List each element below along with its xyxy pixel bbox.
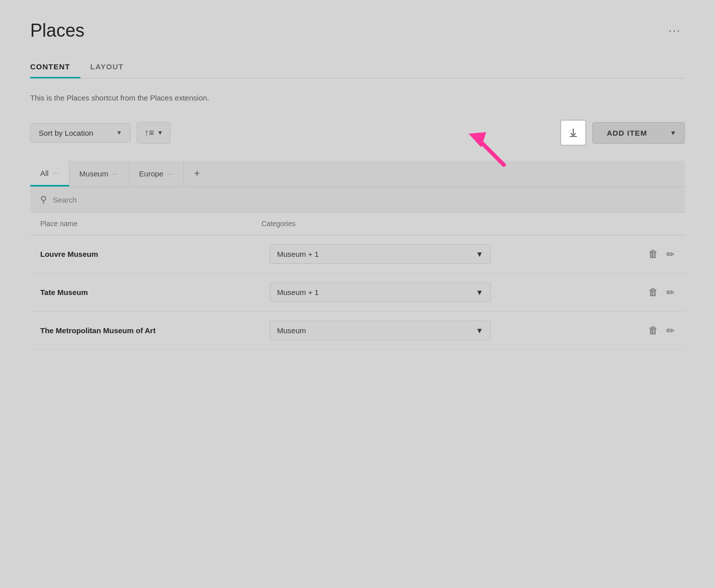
- place-name-louvre: Louvre Museum: [40, 250, 261, 258]
- row-actions-met: 🗑 ✏: [648, 325, 675, 337]
- sort-label: Sort by Location: [39, 129, 93, 137]
- table-header: Place name Categories: [30, 213, 685, 235]
- table-row: Louvre Museum Museum + 1 ▼ 🗑 ✏: [30, 235, 685, 273]
- cat-tab-europe-dots: ···: [167, 171, 173, 177]
- download-button[interactable]: [560, 120, 586, 146]
- row-actions-tate: 🗑 ✏: [648, 286, 675, 299]
- row-actions-louvre: 🗑 ✏: [648, 248, 675, 260]
- category-tabs: All ··· Museum ··· Europe ··· +: [30, 161, 685, 187]
- cat-tab-museum-dots: ···: [112, 171, 118, 177]
- tab-content[interactable]: CONTENT: [30, 56, 80, 78]
- category-value-louvre: Museum + 1: [277, 250, 319, 258]
- search-icon: ⚲: [40, 194, 47, 205]
- cat-tab-museum[interactable]: Museum ···: [69, 161, 129, 186]
- add-item-group: ADD ITEM ▼: [592, 122, 685, 144]
- category-select-met[interactable]: Museum ▼: [270, 321, 491, 340]
- delete-icon-louvre[interactable]: 🗑: [648, 248, 658, 260]
- place-name-met: The Metropolitan Museum of Art: [40, 326, 261, 335]
- sort-order-chevron-icon: ▼: [157, 129, 163, 136]
- main-tabs: CONTENT LAYOUT: [30, 56, 685, 78]
- sort-dropdown[interactable]: Sort by Location ▼: [30, 123, 131, 143]
- category-chevron-met: ▼: [476, 326, 483, 335]
- column-categories: Categories: [261, 220, 675, 228]
- cat-tab-all-label: All: [40, 169, 49, 177]
- cat-tab-add-button[interactable]: +: [184, 161, 210, 186]
- category-value-met: Museum: [277, 326, 306, 335]
- more-options-button[interactable]: ···: [665, 22, 685, 39]
- edit-icon-tate[interactable]: ✏: [666, 286, 675, 299]
- category-value-tate: Museum + 1: [277, 288, 319, 297]
- tab-layout[interactable]: LAYOUT: [91, 56, 134, 78]
- page-title: Places: [30, 20, 84, 41]
- add-item-button[interactable]: ADD ITEM: [592, 122, 662, 144]
- table-row: The Metropolitan Museum of Art Museum ▼ …: [30, 312, 685, 350]
- cat-tab-europe[interactable]: Europe ···: [129, 161, 185, 186]
- add-item-chevron-down-icon: ▼: [670, 129, 676, 137]
- search-bar: ⚲: [30, 187, 685, 213]
- table-row: Tate Museum Museum + 1 ▼ 🗑 ✏: [30, 273, 685, 312]
- cat-tab-europe-label: Europe: [139, 169, 163, 178]
- delete-icon-met[interactable]: 🗑: [648, 325, 658, 336]
- cat-tab-museum-label: Museum: [79, 169, 109, 178]
- category-chevron-tate: ▼: [476, 288, 483, 297]
- sort-order-icon: ↑≡: [144, 128, 154, 138]
- sort-order-button[interactable]: ↑≡ ▼: [137, 122, 170, 144]
- toolbar: Sort by Location ▼ ↑≡ ▼ ADD ITEM ▼: [30, 120, 685, 146]
- place-name-tate: Tate Museum: [40, 288, 261, 297]
- cat-tab-all[interactable]: All ···: [30, 161, 69, 186]
- search-input[interactable]: [53, 195, 675, 204]
- delete-icon-tate[interactable]: 🗑: [648, 286, 658, 298]
- cat-tab-all-dots: ···: [53, 170, 59, 176]
- edit-icon-louvre[interactable]: ✏: [666, 248, 675, 260]
- download-icon: [568, 127, 578, 138]
- edit-icon-met[interactable]: ✏: [666, 325, 675, 337]
- add-item-dropdown-button[interactable]: ▼: [661, 122, 685, 144]
- description-text: This is the Places shortcut from the Pla…: [30, 93, 685, 102]
- category-select-louvre[interactable]: Museum + 1 ▼: [270, 244, 491, 264]
- category-chevron-louvre: ▼: [476, 250, 483, 258]
- column-place-name: Place name: [40, 220, 261, 228]
- sort-chevron-down-icon: ▼: [116, 129, 122, 136]
- category-select-tate[interactable]: Museum + 1 ▼: [270, 282, 491, 302]
